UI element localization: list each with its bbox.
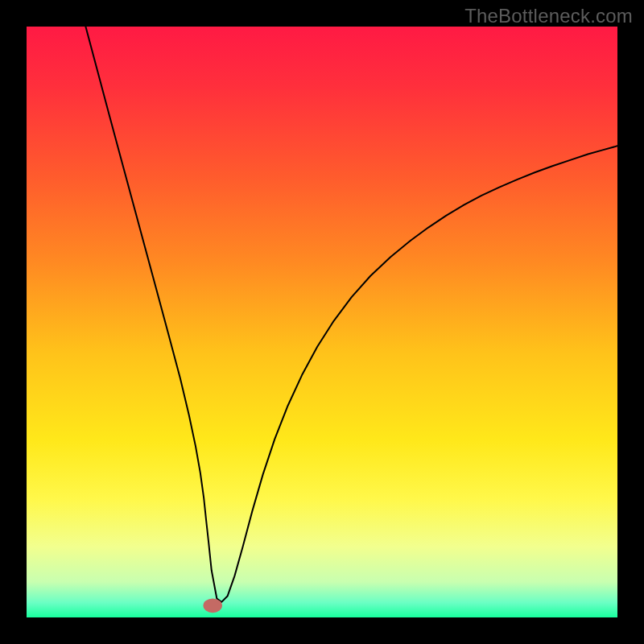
chart-svg — [27, 27, 617, 617]
watermark-text: TheBottleneck.com — [464, 5, 633, 27]
chart-stage: TheBottleneck.com — [0, 0, 644, 644]
gradient-background — [27, 27, 617, 617]
plot-area — [27, 27, 617, 617]
optimal-point-marker — [203, 599, 221, 613]
